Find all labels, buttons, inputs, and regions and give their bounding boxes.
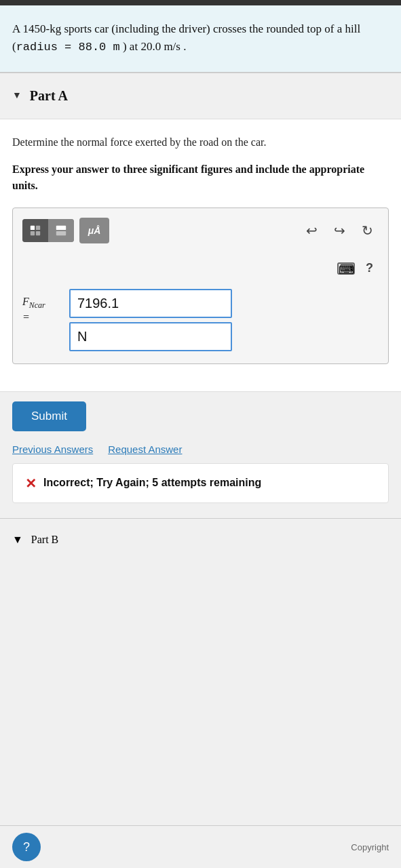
redo-btn[interactable]: ↪ bbox=[328, 220, 351, 241]
svg-rect-1 bbox=[36, 226, 40, 230]
answer-fields bbox=[69, 289, 379, 351]
answer-box: μÅ ↩ ↪ ↻ ⌨ ? FNcar = bbox=[12, 208, 389, 364]
part-a-section: ▼ Part A Determine the normal force exer… bbox=[0, 73, 401, 504]
svg-rect-4 bbox=[56, 226, 66, 230]
equals-sign: = bbox=[22, 311, 30, 323]
top-bar bbox=[0, 0, 401, 5]
previous-answers-link[interactable]: Previous Answers bbox=[12, 443, 93, 455]
submit-area: Submit bbox=[0, 392, 401, 438]
part-a-title: Part A bbox=[30, 88, 68, 104]
radius-text: radius = 88.0 m bbox=[16, 41, 120, 54]
answer-toolbar-row2: ⌨ ? bbox=[22, 258, 379, 285]
request-answer-link[interactable]: Request Answer bbox=[108, 443, 182, 455]
symbol-label: μÅ bbox=[88, 225, 101, 236]
part-a-instruction: Express your answer to three significant… bbox=[12, 161, 389, 194]
unit-input[interactable] bbox=[69, 322, 232, 351]
copyright-text: Copyright bbox=[351, 842, 389, 852]
part-a-description: Determine the normal force exerted by th… bbox=[12, 134, 389, 151]
help-btn[interactable]: ? bbox=[360, 258, 379, 278]
svg-rect-0 bbox=[31, 226, 35, 230]
part-b-title: Part B bbox=[31, 534, 58, 546]
template-btn-group bbox=[22, 219, 74, 242]
answer-toolbar: μÅ ↩ ↪ ↻ bbox=[22, 218, 379, 250]
bottom-bar: ? Copyright bbox=[0, 825, 401, 868]
problem-text: A 1450-kg sports car (including the driv… bbox=[12, 22, 360, 53]
part-a-content: Determine the normal force exerted by th… bbox=[0, 119, 401, 393]
template-btn-2[interactable] bbox=[48, 219, 74, 242]
bottom-circle-btn[interactable]: ? bbox=[12, 833, 41, 861]
part-b-header: ▼ Part B bbox=[0, 519, 401, 561]
feedback-incorrect-icon: ✕ bbox=[25, 475, 37, 492]
answer-label: FNcar = bbox=[22, 289, 60, 323]
problem-statement: A 1450-kg sports car (including the driv… bbox=[0, 5, 401, 73]
template-btn-active[interactable] bbox=[22, 219, 48, 242]
reset-btn[interactable]: ↻ bbox=[356, 220, 379, 241]
svg-rect-5 bbox=[56, 231, 66, 235]
part-b-chevron[interactable]: ▼ bbox=[12, 534, 23, 546]
svg-rect-3 bbox=[36, 231, 40, 235]
feedback-text: Incorrect; Try Again; 5 attempts remaini… bbox=[43, 475, 261, 491]
symbol-btn[interactable]: μÅ bbox=[79, 218, 109, 243]
part-a-chevron[interactable]: ▼ bbox=[12, 90, 22, 101]
force-label-sub: Ncar bbox=[29, 301, 45, 311]
submit-button[interactable]: Submit bbox=[12, 401, 86, 431]
value-input[interactable] bbox=[69, 289, 232, 318]
links-row: Previous Answers Request Answer bbox=[0, 438, 401, 463]
part-a-header: ▼ Part A bbox=[0, 73, 401, 119]
answer-row: FNcar = bbox=[22, 289, 379, 351]
part-b-section: ▼ Part B bbox=[0, 519, 401, 600]
feedback-box: ✕ Incorrect; Try Again; 5 attempts remai… bbox=[12, 463, 389, 503]
force-label-f: F bbox=[22, 296, 29, 307]
keyboard-icon[interactable]: ⌨ bbox=[337, 262, 355, 275]
svg-rect-2 bbox=[31, 231, 35, 235]
undo-btn[interactable]: ↩ bbox=[301, 220, 323, 241]
